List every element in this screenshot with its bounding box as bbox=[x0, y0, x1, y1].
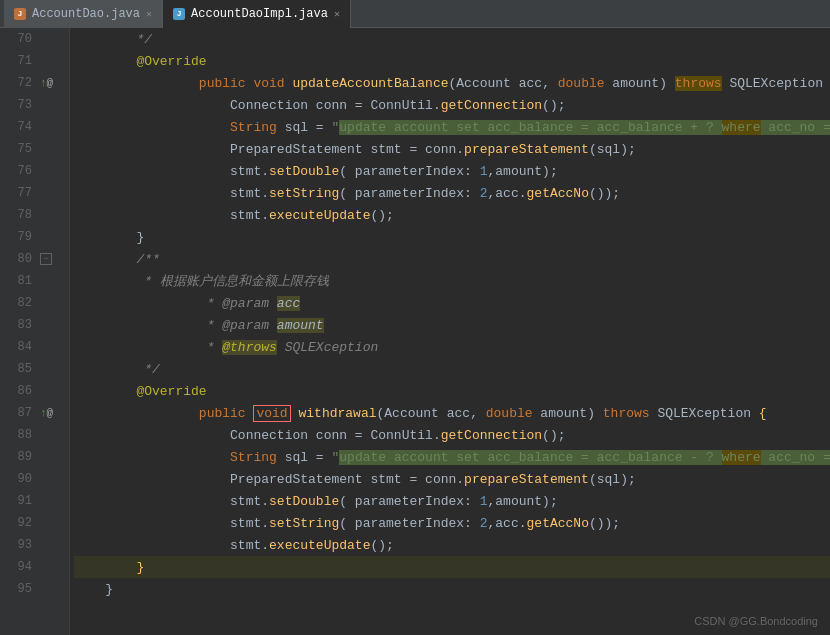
line-number-71: 71 bbox=[0, 54, 40, 68]
gutter: 70 71 72 ↑ @ 73 74 75 76 77 78 79 80 − 8… bbox=[0, 28, 70, 635]
code-line-78: stmt.executeUpdate(); bbox=[74, 204, 830, 226]
gutter-row-95: 95 bbox=[0, 578, 69, 600]
code-area[interactable]: */ @Override public void updateAccountBa… bbox=[70, 28, 830, 635]
code-line-84: * @throws SQLEXception bbox=[74, 336, 830, 358]
gutter-row-94: 94 bbox=[0, 556, 69, 578]
tab-label: AccountDao.java bbox=[32, 7, 140, 21]
java-icon: J bbox=[14, 8, 26, 20]
gutter-row-70: 70 bbox=[0, 28, 69, 50]
gutter-row-92: 92 bbox=[0, 512, 69, 534]
gutter-row-93: 93 bbox=[0, 534, 69, 556]
arrow-up-icon-87: ↑ bbox=[40, 407, 47, 419]
gutter-row-76: 76 bbox=[0, 160, 69, 182]
gutter-row-84: 84 bbox=[0, 336, 69, 358]
watermark: CSDN @GG.Bondcoding bbox=[694, 615, 818, 627]
code-line-80: /** bbox=[74, 248, 830, 270]
gutter-row-91: 91 bbox=[0, 490, 69, 512]
tab-label-active: AccountDaoImpl.java bbox=[191, 7, 328, 21]
code-content: */ bbox=[74, 32, 152, 47]
gutter-row-83: 83 bbox=[0, 314, 69, 336]
gutter-row-78: 78 bbox=[0, 204, 69, 226]
tab-close-icon[interactable]: ✕ bbox=[146, 8, 152, 20]
line-number-70: 70 bbox=[0, 32, 40, 46]
gutter-row-77: 77 bbox=[0, 182, 69, 204]
gutter-row-72: 72 ↑ @ bbox=[0, 72, 69, 94]
gutter-row-73: 73 bbox=[0, 94, 69, 116]
gutter-row-74: 74 bbox=[0, 116, 69, 138]
gutter-row-88: 88 bbox=[0, 424, 69, 446]
editor: 70 71 72 ↑ @ 73 74 75 76 77 78 79 80 − 8… bbox=[0, 28, 830, 635]
code-line-70: */ bbox=[74, 28, 830, 50]
tab-bar: J AccountDao.java ✕ J AccountDaoImpl.jav… bbox=[0, 0, 830, 28]
fold-icon-80[interactable]: − bbox=[40, 253, 52, 265]
gutter-row-81: 81 bbox=[0, 270, 69, 292]
tab-close-active-icon[interactable]: ✕ bbox=[334, 8, 340, 20]
gutter-row-71: 71 bbox=[0, 50, 69, 72]
at-icon-87: @ bbox=[47, 407, 54, 419]
tab-account-dao-impl[interactable]: J AccountDaoImpl.java ✕ bbox=[163, 0, 351, 28]
gutter-row-87: 87 ↑ @ bbox=[0, 402, 69, 424]
java-icon-blue: J bbox=[173, 8, 185, 20]
tab-account-dao[interactable]: J AccountDao.java ✕ bbox=[4, 0, 163, 28]
code-line-94: } bbox=[74, 556, 830, 578]
gutter-row-82: 82 bbox=[0, 292, 69, 314]
code-line-85: */ bbox=[74, 358, 830, 380]
code-line-95: } bbox=[74, 578, 830, 600]
gutter-row-86: 86 bbox=[0, 380, 69, 402]
line-number-72: 72 bbox=[0, 76, 40, 90]
gutter-row-75: 75 bbox=[0, 138, 69, 160]
code-line-93: stmt.executeUpdate(); bbox=[74, 534, 830, 556]
gutter-row-80: 80 − bbox=[0, 248, 69, 270]
gutter-row-85: 85 bbox=[0, 358, 69, 380]
arrow-up-icon-72: ↑ bbox=[40, 77, 47, 89]
code-line-79: } bbox=[74, 226, 830, 248]
gutter-row-79: 79 bbox=[0, 226, 69, 248]
gutter-row-89: 89 bbox=[0, 446, 69, 468]
at-icon-72: @ bbox=[47, 77, 54, 89]
gutter-row-90: 90 bbox=[0, 468, 69, 490]
